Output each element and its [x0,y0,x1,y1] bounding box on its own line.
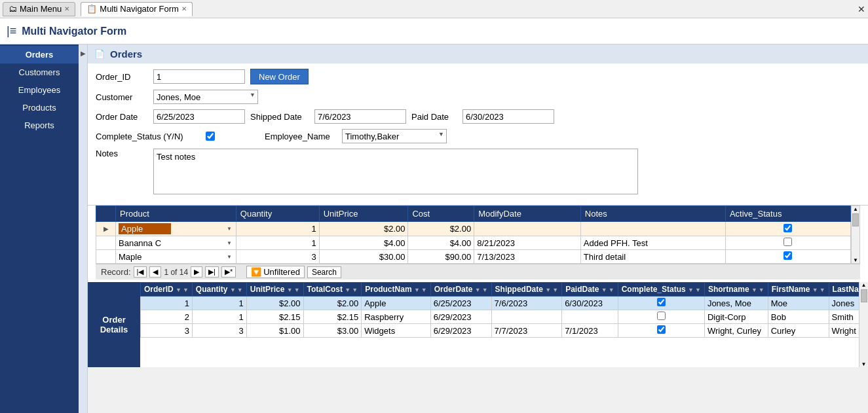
cell-active-status [725,222,850,236]
employee-name-select[interactable]: Timothy,Baker [342,129,447,143]
cell-notes: Added PFH. Test [580,236,725,250]
tab-multi-nav[interactable]: 📋 Multi Navigator Form ✕ [81,2,193,16]
nav-first-button[interactable]: |◀ [134,266,147,278]
bottom-table-row: 2 1 $2.15 $2.15 Raspberry 6/29/2023 Digi… [141,310,859,324]
complete-checkbox[interactable] [657,312,666,320]
shipped-date-input[interactable] [314,109,406,124]
product-select-wrapper: Bananna C ▼ [119,238,233,248]
bottom-table: OrderID ▼▼ Quantity ▼▼ UnitPrice ▼▼ Tota… [140,282,859,338]
notes-row: Notes Test notes [96,149,860,194]
cell-cost: $2.00 [408,222,474,236]
new-order-button[interactable]: New Order [250,69,309,84]
content-area: 📄 Orders Order_ID New Order Customer Jon… [88,45,868,413]
col-notes: Notes [580,206,725,222]
order-details-text: Order [102,315,125,325]
order-details-text2: Details [100,325,128,334]
tab-icon-multi: 📋 [86,4,97,14]
cell-totalcost: $2.00 [303,296,362,310]
sidebar-item-orders[interactable]: Orders [0,46,79,63]
cell-orderdate: 6/29/2023 [430,324,491,338]
col-complete-status: Complete_Status ▼▼ [618,283,704,296]
bottom-table-row: 1 1 $2.00 $2.00 Apple 6/25/2023 7/6/2023… [141,296,859,310]
table-row: ▶ Apple ▼ 1 $2.00 $2.00 [96,222,851,236]
tab-multi-nav-close[interactable]: ✕ [181,5,187,12]
cell-quantity: 1 [236,236,319,250]
cell-notes [580,222,725,236]
nav-new-button[interactable]: ▶* [221,266,236,278]
cell-shortname: Digit-Corp [704,310,768,324]
main-scroll-thumb[interactable] [861,289,867,302]
cell-lastname: Jones [829,296,859,310]
col-unitprice: UnitPrice [319,206,408,222]
unfiltered-button[interactable]: 🔽 Unfiltered [246,266,305,278]
window-close-button[interactable]: ✕ [858,4,865,14]
sidebar-item-customers[interactable]: Customers [0,63,79,81]
scrollbar-down-arrow[interactable]: ▼ [853,257,858,263]
title-bar: 🗂 Main Menu ✕ 📋 Multi Navigator Form ✕ ✕ [0,0,868,18]
product-select-wrapper: Maple ▼ [119,252,233,262]
nav-next-button[interactable]: ▶ [191,266,202,278]
nav-prev-button[interactable]: ◀ [149,266,161,278]
customer-row: Customer Jones, Moe [96,90,860,104]
col-shortname: Shortname ▼▼ [704,283,768,296]
filter-icon: 🔽 [251,267,261,277]
detail-table-section: Product Quantity UnitPrice Cost ModifyDa… [88,206,868,282]
search-button[interactable]: Search [307,266,341,278]
sidebar: Orders Customers Employees Products Repo… [0,45,79,413]
cell-complete-status [618,310,704,324]
col-productnam: ProductNam ▼▼ [362,283,431,296]
cell-quantity: 1 [192,310,246,324]
cell-productname: Apple [362,296,431,310]
sidebar-item-employees[interactable]: Employees [0,81,79,99]
tab-multi-nav-label: Multi Navigator Form [100,4,179,14]
row-indicator [96,250,116,264]
table-row: Bananna C ▼ 1 $4.00 $4.00 8/21/2023 Adde… [96,236,851,250]
active-status-checkbox[interactable] [783,224,792,232]
table-row: Maple ▼ 3 $30.00 $90.00 7/13/2023 Third … [96,250,851,264]
cell-unitprice: $4.00 [319,236,408,250]
active-status-checkbox[interactable] [783,238,792,246]
sidebar-expand[interactable]: ▶ [79,45,88,413]
sub-table-scrollbar[interactable]: ▲ ▼ [851,206,860,264]
tab-main-menu-close[interactable]: ✕ [64,5,69,12]
order-date-label: Order Date [96,112,148,122]
cell-notes: Third detail [580,250,725,264]
complete-checkbox[interactable] [657,325,666,334]
cell-active-status [725,250,850,264]
active-status-checkbox[interactable] [783,251,792,260]
cell-active-status [725,236,850,250]
product-dropdown-arrow[interactable]: ▼ [227,240,232,246]
sidebar-item-reports[interactable]: Reports [0,117,79,134]
nav-last-button[interactable]: ▶| [205,266,219,278]
col-orderdate: OrderDate ▼▼ [430,283,491,296]
status-employee-row: Complete_Status (Y/N) Employee_Name Timo… [96,129,860,143]
cell-complete-status [618,296,704,310]
cell-modifydate: 8/21/2023 [474,236,581,250]
col-totalcost: TotalCost ▼▼ [303,283,362,296]
main-scroll-down[interactable]: ▼ [861,361,867,367]
row-indicator [96,236,116,250]
notes-textarea[interactable]: Test notes [153,149,638,194]
order-id-input[interactable] [153,69,245,84]
cell-shortname: Jones, Moe [704,296,768,310]
col-shippeddate: ShippedDate ▼▼ [491,283,562,296]
scrollbar-up-arrow[interactable]: ▲ [853,206,858,212]
order-date-input[interactable] [153,109,245,124]
paid-date-input[interactable] [462,109,554,124]
cell-totalcost: $3.00 [303,324,362,338]
cell-modifydate [474,222,581,236]
main-scroll-up[interactable]: ▲ [861,282,867,288]
product-dropdown-arrow[interactable]: ▼ [227,226,232,232]
sidebar-item-products[interactable]: Products [0,99,79,117]
employee-select-wrapper: Timothy,Baker [342,129,447,143]
scrollbar-thumb[interactable] [852,213,859,226]
complete-status-checkbox[interactable] [206,132,215,141]
main-scrollbar[interactable]: ▲ ▼ [859,282,868,367]
tab-main-menu[interactable]: 🗂 Main Menu ✕ [3,2,75,16]
customer-select[interactable]: Jones, Moe [153,90,258,104]
product-dropdown-arrow[interactable]: ▼ [227,254,232,260]
cell-shippeddate: 7/6/2023 [491,296,562,310]
tab-main-menu-label: Main Menu [20,4,62,14]
col-product: Product [116,206,236,222]
complete-checkbox[interactable] [657,298,666,306]
